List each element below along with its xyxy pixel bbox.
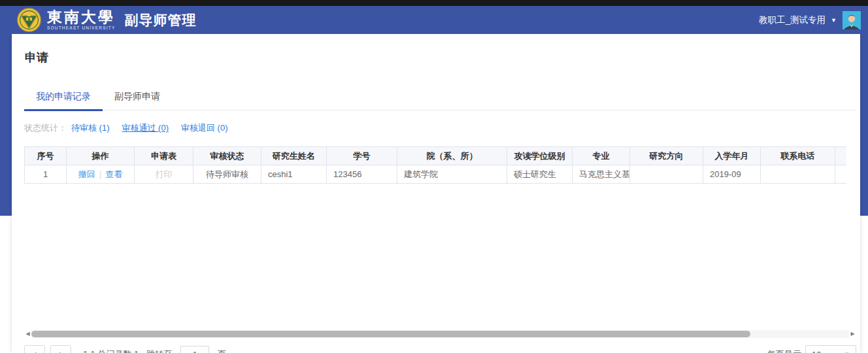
application-form-cell: 打印 xyxy=(135,165,193,184)
applications-table-viewport: 序号操作申请表审核状态研究生姓名学号院（系、所）攻读学位级别专业研究方向入学年月… xyxy=(24,146,846,184)
scrollbar-thumb[interactable] xyxy=(31,331,750,337)
status-statistics-bar: 状态统计： 待审核 (1) 审核通过 (0) 审核退回 (0) xyxy=(24,122,856,134)
status-link-approved[interactable]: 审核通过 (0) xyxy=(122,122,169,134)
jump-to-label: 跳转至 xyxy=(146,348,172,353)
scroll-left-arrow-icon[interactable]: ◀ xyxy=(24,329,31,338)
column-header: 学号 xyxy=(327,147,397,165)
pagination-bar: ‹ › 1-1 总记录数 1 跳转至 页 每页显示 10 ▼ xyxy=(24,341,856,353)
per-page-value: 10 xyxy=(812,350,821,353)
operations-cell: 撤回|查看 xyxy=(67,165,135,184)
university-logo-icon xyxy=(17,8,41,32)
status-statistics-label: 状态统计： xyxy=(24,122,67,134)
chevron-down-icon[interactable]: ▼ xyxy=(831,17,837,24)
user-menu-area[interactable]: 教职工_测试专用 ▼ xyxy=(759,11,861,29)
column-header: 手机号码 xyxy=(835,147,847,165)
print-link-disabled: 打印 xyxy=(156,169,173,179)
enroll-date-cell: 2019-09 xyxy=(703,165,761,184)
research-direction-cell xyxy=(630,165,703,184)
link-separator: | xyxy=(99,169,101,179)
university-name-en: SOUTHEAST UNIVERSITY xyxy=(47,26,115,31)
tab-co-supervisor-application[interactable]: 副导师申请 xyxy=(103,91,172,110)
per-page-area: 每页显示 10 ▼ xyxy=(763,345,856,353)
degree-level-cell: 硕士研究生 xyxy=(507,165,573,184)
column-header: 入学年月 xyxy=(703,147,761,165)
column-header: 研究生姓名 xyxy=(261,147,327,165)
university-name-cn: 東南大學 xyxy=(47,10,115,25)
review-status-cell: 待导师审核 xyxy=(193,165,261,184)
tab-my-application-records[interactable]: 我的申请记录 xyxy=(24,91,103,110)
student-id-cell: 123456 xyxy=(327,165,397,184)
prev-page-button[interactable]: ‹ xyxy=(24,345,45,353)
content-card: 申请 我的申请记录 副导师申请 状态统计： 待审核 (1) 审核通过 (0) 审… xyxy=(12,34,860,353)
next-page-button[interactable]: › xyxy=(50,345,71,353)
status-link-returned[interactable]: 审核退回 (0) xyxy=(181,122,228,134)
phone-cell xyxy=(761,165,835,184)
per-page-label: 每页显示 xyxy=(767,348,801,353)
row-index-cell: 1 xyxy=(25,165,67,184)
tab-bar: 我的申请记录 副导师申请 xyxy=(24,91,856,110)
record-count-text: 1-1 总记录数 1 xyxy=(83,348,139,353)
per-page-select[interactable]: 10 ▼ xyxy=(805,345,856,353)
column-header: 研究方向 xyxy=(630,147,703,165)
column-header: 申请表 xyxy=(135,147,193,165)
page-unit-label: 页 xyxy=(218,348,226,353)
column-header: 院（系、所） xyxy=(397,147,507,165)
column-header: 专业 xyxy=(573,147,630,165)
column-header: 攻读学位级别 xyxy=(507,147,573,165)
app-header: 東南大學 SOUTHEAST UNIVERSITY 副导师管理 教职工_测试专用… xyxy=(0,6,868,34)
status-link-pending[interactable]: 待审核 (1) xyxy=(71,122,110,134)
top-black-strip xyxy=(0,0,868,6)
table-row: 1撤回|查看打印待导师审核ceshi1123456建筑学院硕士研究生马克思主义基… xyxy=(25,165,847,184)
applications-table: 序号操作申请表审核状态研究生姓名学号院（系、所）攻读学位级别专业研究方向入学年月… xyxy=(24,146,846,184)
user-menu-label[interactable]: 教职工_测试专用 xyxy=(759,14,826,26)
scroll-right-arrow-icon[interactable]: ▶ xyxy=(849,329,856,338)
avatar[interactable] xyxy=(843,11,861,29)
withdraw-link[interactable]: 撤回 xyxy=(78,169,95,179)
page-title: 申请 xyxy=(25,50,856,65)
college-cell: 建筑学院 xyxy=(397,165,507,184)
column-header: 操作 xyxy=(67,147,135,165)
page-number-input[interactable] xyxy=(180,346,209,353)
scrollbar-track[interactable] xyxy=(31,330,849,338)
column-header: 联系电话 xyxy=(761,147,835,165)
column-header: 审核状态 xyxy=(193,147,261,165)
column-header: 序号 xyxy=(25,147,67,165)
mobile-cell xyxy=(835,165,847,184)
horizontal-scrollbar[interactable]: ◀ ▶ xyxy=(24,329,856,338)
view-link[interactable]: 查看 xyxy=(105,169,122,179)
student-name-cell: ceshi1 xyxy=(261,165,327,184)
major-cell: 马克思主义基... xyxy=(573,165,630,184)
app-title: 副导师管理 xyxy=(124,11,196,29)
